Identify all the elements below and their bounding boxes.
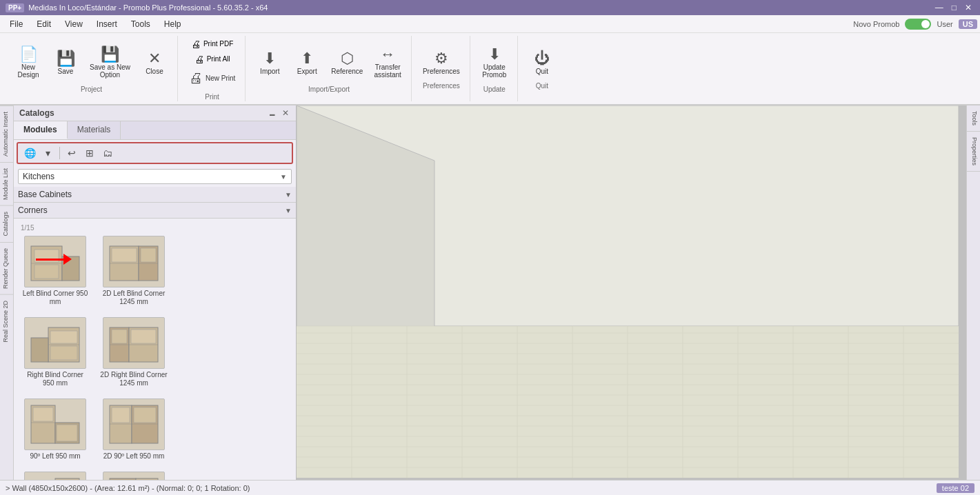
save-button[interactable]: 💾 Save	[48, 48, 83, 78]
module-thumb-90-left	[24, 398, 86, 450]
base-cabinets-arrow: ▼	[285, 191, 292, 199]
status-project-name: teste 02	[937, 483, 974, 493]
svg-rect-36	[136, 478, 158, 480]
cat-folder-button[interactable]: 🗂	[100, 145, 115, 161]
modules-row-4: 90º Right 950 mm 2D 90º Right 950 mm	[18, 469, 292, 480]
module-2d-90-right[interactable]: 2D 90º Right 950 mm	[97, 469, 171, 480]
print-pdf-label: Print PDF	[203, 40, 233, 48]
side-tab-real-scene[interactable]: Real Scene 2D	[0, 294, 13, 348]
toolbar-group-preferences: ⚙ Preferences Preferences	[413, 36, 470, 101]
module-2d-right-blind-corner[interactable]: 2D Right Blind Corner 1245 mm	[97, 314, 171, 390]
close-button[interactable]: ✕ Close	[137, 48, 172, 78]
svg-rect-23	[33, 407, 53, 421]
cat-return-button[interactable]: ↩	[64, 145, 79, 161]
user-badge[interactable]: US	[959, 19, 977, 29]
menu-file[interactable]: File	[3, 17, 30, 32]
save-as-new-icon: 💾	[101, 47, 119, 62]
quit-button[interactable]: ⏻ Quit	[525, 48, 559, 78]
print-pdf-icon: 🖨	[191, 39, 201, 50]
importexport-group-label: Import/Export	[308, 85, 350, 93]
category-selector[interactable]: Kitchens ▼	[18, 169, 292, 184]
modules-row-1: Left Blind Corner 950 mm 2D Left Blind C…	[18, 233, 292, 309]
catalog-header-actions: 🗕 ✕	[267, 108, 290, 118]
page-label: 1/15	[18, 223, 292, 233]
main-layout: Automatic Insert Module List Catalogs Re…	[0, 105, 980, 480]
module-90-left[interactable]: 90º Left 950 mm	[18, 396, 92, 463]
novo-promob-toggle[interactable]	[905, 19, 931, 30]
new-design-button[interactable]: 📄 NewDesign	[11, 44, 46, 81]
preferences-button[interactable]: ⚙ Preferences	[419, 48, 464, 78]
svg-rect-11	[31, 338, 48, 362]
import-button[interactable]: ⬇ Import	[252, 48, 287, 78]
module-left-blind-corner[interactable]: Left Blind Corner 950 mm	[18, 233, 92, 309]
module-thumb-2d-90-left	[103, 398, 165, 450]
menu-help[interactable]: Help	[157, 17, 188, 32]
cat-dropdown-button[interactable]: ▾	[40, 145, 55, 161]
expand-row-base-cabinets[interactable]: Base Cabinets ▼	[14, 187, 296, 203]
print-pdf-button[interactable]: 🖨 Print PDF	[188, 37, 236, 51]
save-icon: 💾	[57, 51, 75, 66]
import-icon: ⬇	[263, 51, 276, 66]
update-icon: ⬇	[488, 47, 501, 62]
catalog-close-button[interactable]: ✕	[281, 108, 290, 118]
new-print-button[interactable]: 🖨 New Print	[185, 68, 239, 89]
app-icon: PP+	[6, 3, 24, 12]
svg-rect-18	[112, 330, 127, 343]
catalog-pin-button[interactable]: 🗕	[267, 108, 278, 118]
tab-modules[interactable]: Modules	[14, 121, 68, 139]
svg-rect-28	[112, 407, 130, 423]
cat-grid-button[interactable]: ⊞	[82, 145, 97, 161]
svg-rect-30	[55, 478, 79, 480]
svg-rect-8	[112, 248, 137, 262]
transfer-icon: ↔	[380, 47, 395, 62]
svg-rect-4	[34, 265, 59, 279]
menu-tools[interactable]: Tools	[124, 17, 157, 32]
window-controls[interactable]: — □ ✕	[932, 3, 974, 12]
minimize-button[interactable]: —	[932, 3, 946, 12]
app-title: Medidas In Loco/Estándar - Promob Plus P…	[28, 3, 268, 12]
module-label-right-blind: Right Blind Corner 950 mm	[21, 371, 90, 387]
novo-promob-label: Novo Promob	[853, 20, 899, 28]
module-right-blind-corner[interactable]: Right Blind Corner 950 mm	[18, 314, 92, 390]
transfer-button[interactable]: ↔ Transferassistant	[370, 44, 405, 81]
save-as-new-button[interactable]: 💾 Save as NewOption	[86, 44, 134, 81]
module-90-right[interactable]: 90º Right 950 mm	[18, 469, 92, 480]
svg-rect-13	[50, 331, 77, 343]
right-tab-tools[interactable]: Tools	[967, 105, 980, 132]
side-tab-automatic-insert[interactable]: Automatic Insert	[0, 105, 13, 162]
maximize-button[interactable]: □	[949, 3, 959, 12]
viewport-3d[interactable]	[297, 105, 966, 480]
module-label-left-blind: Left Blind Corner 950 mm	[21, 290, 90, 306]
reference-button[interactable]: ⬡ Reference	[327, 48, 367, 78]
new-design-icon: 📄	[19, 47, 38, 62]
update-group-label: Update	[483, 85, 506, 93]
user-label: User	[937, 20, 952, 28]
print-all-button[interactable]: 🖨 Print All	[192, 52, 233, 66]
tab-materials[interactable]: Materials	[68, 121, 121, 139]
menu-edit[interactable]: Edit	[30, 17, 58, 32]
module-2d-left-blind-corner[interactable]: 2D Left Blind Corner 1245 mm	[97, 233, 171, 309]
print-group-label: Print	[205, 93, 219, 101]
side-tab-catalogs[interactable]: Catalogs	[0, 205, 13, 242]
toolbar-group-update: ⬇ UpdatePromob Update	[472, 36, 518, 101]
export-button[interactable]: ⬆ Export	[290, 48, 324, 78]
menu-insert[interactable]: Insert	[90, 17, 124, 32]
cat-globe-button[interactable]: 🌐	[22, 145, 37, 161]
arrow-indicator	[36, 254, 72, 265]
update-button[interactable]: ⬇ UpdatePromob	[477, 44, 512, 81]
side-tab-module-list[interactable]: Module List	[0, 162, 13, 205]
menu-bar: File Edit View Insert Tools Help Novo Pr…	[0, 15, 980, 33]
base-cabinets-label: Base Cabinets	[18, 190, 72, 199]
module-2d-90-left[interactable]: 2D 90º Left 950 mm	[97, 396, 171, 463]
title-bar: PP+ Medidas In Loco/Estándar - Promob Pl…	[0, 0, 980, 15]
close-button[interactable]: ✕	[962, 3, 974, 12]
print-all-icon: 🖨	[194, 54, 204, 65]
module-label-2d-90-left: 2D 90º Left 950 mm	[103, 452, 165, 461]
right-tab-properties[interactable]: Properties	[967, 132, 980, 172]
expand-row-corners[interactable]: Corners ▼	[14, 203, 296, 219]
side-tab-render-queue[interactable]: Render Queue	[0, 242, 13, 294]
menu-view[interactable]: View	[58, 17, 90, 32]
toolbar-group-print: 🖨 Print PDF 🖨 Print All 🖨 New Print Prin…	[179, 36, 246, 101]
print-all-label: Print All	[207, 55, 230, 63]
new-print-icon: 🖨	[189, 70, 203, 86]
